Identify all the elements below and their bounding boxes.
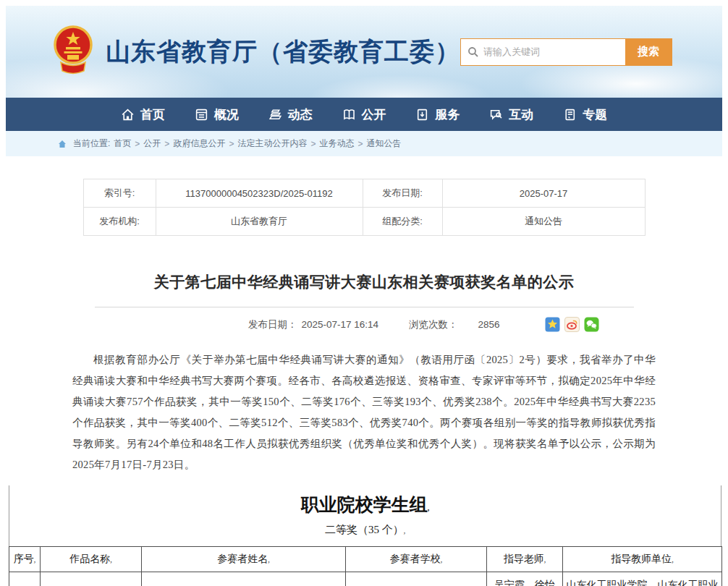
index-label: 索引号: [83, 179, 156, 208]
award-table: 序号, 作品名称, 参赛者姓名, 参赛者学校, 指导老师, 指导教师单位, 15… [9, 546, 722, 586]
paragraph-mark: , [110, 556, 112, 564]
topic-list-icon [563, 108, 577, 122]
table-row: 15, 《岳阳楼记》, 王晓峰, 山东化工职业学院, 吴宁霞、徐怡然, 山东化工… [9, 572, 722, 586]
nav-label: 公开 [362, 106, 386, 123]
share-buttons [545, 317, 599, 332]
breadcrumb-item-statutory[interactable]: 法定主动公开内容 [237, 137, 307, 150]
paragraph-mark: , [404, 527, 406, 535]
meta-views-value: 2856 [478, 319, 500, 330]
breadcrumb-item-home[interactable]: 首页 [114, 137, 131, 150]
meta-date-value: 2025-07-17 16:14 [302, 319, 379, 330]
title-divider [95, 307, 634, 307]
site-header: 山东省教育厅（省委教育工委） 搜索 [6, 6, 722, 98]
pub-date-label: 发布日期: [363, 179, 442, 208]
search-input[interactable] [479, 39, 625, 65]
nav-item-home[interactable]: 首页 [121, 106, 165, 123]
table-header-row: 序号, 作品名称, 参赛者姓名, 参赛者学校, 指导老师, 指导教师单位, [9, 547, 722, 572]
location-pin-icon [58, 140, 67, 148]
award-subtitle: 二等奖（35 个）, [9, 523, 721, 546]
award-group-title: 职业院校学生组, [9, 493, 721, 517]
category-value: 通知公告 [442, 208, 645, 236]
nav-item-news[interactable]: 动态 [268, 106, 313, 123]
paragraph-mark: , [268, 556, 270, 564]
favorite-icon[interactable] [545, 317, 560, 332]
breadcrumb-item-business[interactable]: 业务动态 [319, 137, 354, 150]
nav-label: 首页 [140, 106, 165, 123]
nav-label: 互动 [509, 106, 533, 123]
nav-label: 专题 [583, 106, 607, 123]
org-label: 发布机构: [83, 208, 156, 236]
document-check-icon [415, 108, 429, 122]
cell-contestant: 王晓峰, [142, 572, 346, 586]
category-label: 组配分类: [363, 208, 442, 236]
article-body: 根据教育部办公厅《关于举办第七届中华经典诵写讲大赛的通知》（教语用厅函〔2025… [72, 349, 656, 475]
nav-item-interaction[interactable]: 互动 [489, 106, 533, 123]
open-book-icon [342, 108, 356, 122]
nav-item-overview[interactable]: 概况 [195, 106, 239, 123]
page: 山东省教育厅（省委教育工委） 搜索 首页 [0, 0, 728, 586]
search-icon [461, 39, 479, 65]
breadcrumb-separator: > [229, 139, 234, 149]
site-title: 山东省教育厅（省委教育工委） [106, 35, 460, 69]
stacked-pages-icon [268, 108, 282, 122]
org-value: 山东省教育厅 [156, 208, 363, 236]
award-section: 职业院校学生组, 二等奖（35 个）, [9, 485, 721, 546]
breadcrumb-separator: > [357, 139, 363, 149]
meta-views-label: 浏览次数： [409, 318, 458, 331]
award-subtitle-text: 二等奖（35 个） [325, 524, 404, 535]
cell-work: 《岳阳楼记》, [41, 572, 142, 586]
breadcrumb: 当前位置: 首页 > 公开 > 政府信息公开 > 法定主动公开内容 > 业务动态… [6, 131, 722, 156]
nav-item-topics[interactable]: 专题 [563, 106, 607, 123]
chat-magnifier-icon [489, 108, 503, 122]
paragraph-mark: , [544, 556, 546, 564]
col-header-contestant: 参赛者姓名, [142, 547, 346, 572]
award-group-title-text: 职业院校学生组 [301, 495, 428, 514]
doc-info-table: 索引号: 11370000004502323D/2025-01192 发布日期:… [83, 179, 646, 236]
search-button[interactable]: 搜索 [625, 39, 672, 65]
cell-no: 15, [9, 572, 41, 586]
breadcrumb-item-gov-info[interactable]: 政府信息公开 [173, 137, 225, 150]
table-row: 发布机构: 山东省教育厅 组配分类: 通知公告 [83, 208, 645, 236]
breadcrumb-prefix: 当前位置: [73, 137, 110, 150]
main-nav: 首页 概况 动态 公开 [6, 98, 722, 131]
national-emblem-logo [52, 25, 94, 80]
wechat-icon[interactable] [584, 317, 599, 332]
overview-icon [195, 108, 208, 122]
cell-teacher-units: 山东化工职业学院、山东化工职业学院, [563, 572, 722, 586]
article-meta: 发布日期： 2025-07-17 16:14 浏览次数： 2856 [0, 317, 728, 332]
index-value: 11370000004502323D/2025-01192 [156, 179, 363, 208]
weibo-icon[interactable] [564, 317, 580, 332]
breadcrumb-item-notices[interactable]: 通知公告 [366, 137, 401, 150]
nav-label: 概况 [214, 106, 239, 123]
paragraph-mark: , [34, 556, 36, 564]
paragraph-mark: , [672, 556, 674, 564]
meta-date-label: 发布日期： [248, 318, 297, 331]
nav-label: 服务 [435, 106, 460, 123]
col-header-teacher-unit: 指导教师单位, [563, 547, 722, 572]
search-bar: 搜索 [460, 38, 672, 66]
breadcrumb-separator: > [310, 139, 316, 149]
table-row: 索引号: 11370000004502323D/2025-01192 发布日期:… [83, 179, 645, 208]
col-header-work: 作品名称, [41, 547, 142, 572]
breadcrumb-separator: > [164, 139, 169, 149]
page-title: 关于第七届中华经典诵写讲大赛山东相关赛项获奖名单的公示 [0, 272, 728, 292]
nav-item-services[interactable]: 服务 [415, 106, 460, 123]
breadcrumb-item-disclosure[interactable]: 公开 [143, 137, 161, 150]
paragraph-mark: , [428, 504, 430, 512]
pub-date-value: 2025-07-17 [442, 179, 645, 208]
col-header-school: 参赛者学校, [346, 547, 487, 572]
nav-item-disclosure[interactable]: 公开 [342, 106, 386, 123]
home-icon [121, 108, 135, 122]
col-header-teacher: 指导老师, [487, 547, 563, 572]
paragraph-mark: , [441, 556, 443, 564]
cell-teachers: 吴宁霞、徐怡然, [487, 572, 563, 586]
breadcrumb-separator: > [135, 139, 140, 149]
col-header-no: 序号, [9, 547, 41, 572]
cell-school: 山东化工职业学院, [346, 572, 487, 586]
nav-label: 动态 [288, 106, 313, 123]
